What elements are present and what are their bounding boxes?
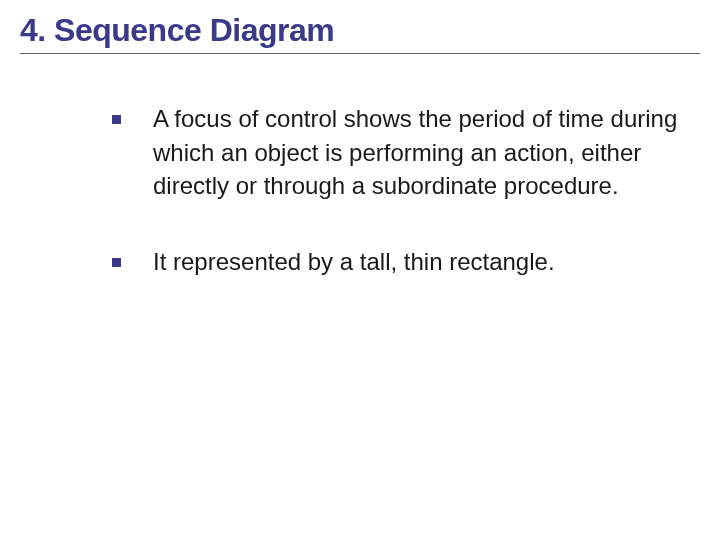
bullet-list: A focus of control shows the period of t… bbox=[20, 102, 700, 278]
slide-title: 4. Sequence Diagram bbox=[20, 12, 700, 49]
list-item: A focus of control shows the period of t… bbox=[112, 102, 680, 203]
square-bullet-icon bbox=[112, 115, 121, 124]
square-bullet-icon bbox=[112, 258, 121, 267]
bullet-text: A focus of control shows the period of t… bbox=[153, 102, 680, 203]
bullet-text: It represented by a tall, thin rectangle… bbox=[153, 245, 555, 279]
list-item: It represented by a tall, thin rectangle… bbox=[112, 245, 680, 279]
slide-container: 4. Sequence Diagram A focus of control s… bbox=[0, 0, 720, 540]
title-divider bbox=[20, 53, 700, 54]
